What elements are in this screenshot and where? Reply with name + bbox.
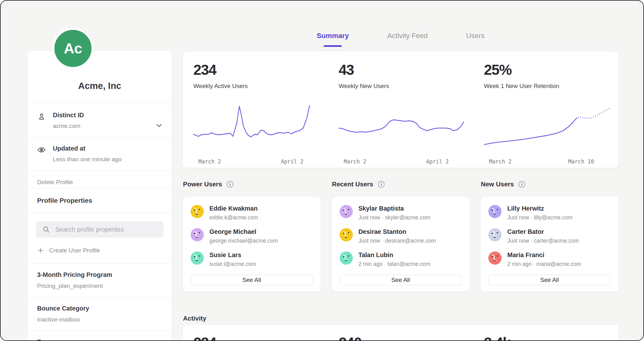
search-icon	[42, 225, 50, 234]
chart-x-axis: March 2 April 2	[339, 158, 466, 165]
x-tick-start: March 2	[489, 158, 512, 165]
avatar-face-icon	[488, 251, 502, 265]
user-sub: eddie.k@acme.com	[209, 214, 258, 221]
stat-value: 234	[193, 61, 321, 78]
recent-users-panel: Recent Users Skylar Baptista	[331, 180, 470, 292]
avatar-face-icon	[340, 228, 353, 241]
tab-users[interactable]: Users	[466, 32, 485, 46]
field-label: Distinct ID	[53, 112, 84, 119]
panel-title: New Users	[481, 180, 514, 188]
search-input[interactable]	[36, 221, 164, 238]
avatar-face-icon	[191, 205, 204, 218]
property-name: Bounce Category	[37, 305, 162, 312]
company-avatar: Ac	[52, 28, 94, 69]
user-sub: Just now · desirare@acme.com	[358, 238, 436, 244]
user-sub: george.michael@acme.com	[209, 238, 278, 244]
info-icon[interactable]	[378, 181, 385, 188]
avatar-face-icon	[340, 251, 353, 265]
user-row[interactable]: Talan Lubin 2 min ago · talan@acme.com	[340, 251, 462, 267]
week1-retention-chart	[484, 102, 612, 154]
property-row: Browser Chrome	[28, 331, 172, 341]
user-row[interactable]: Skylar Baptista Just now · skyler@acme.c…	[340, 205, 462, 221]
user-name: Skylar Baptista	[358, 205, 430, 212]
avatar-face-icon	[191, 251, 204, 265]
weekly-active-users-chart	[193, 102, 321, 154]
user-name: Talan Lubin	[358, 251, 430, 259]
info-icon[interactable]	[518, 181, 525, 188]
panel-title: Power Users	[183, 180, 222, 188]
user-row[interactable]: Desirae Stanton Just now · desirare@acme…	[340, 228, 462, 244]
tab-activity-feed[interactable]: Activity Feed	[387, 32, 428, 46]
user-avatar	[191, 205, 204, 218]
eye-icon	[37, 146, 46, 154]
profile-page: Ac Acme, Inc Distinct ID acme.com	[0, 0, 644, 341]
profile-properties-title: Profile Properties	[28, 188, 172, 213]
create-user-profile-label: Create User Profile	[49, 247, 100, 254]
info-icon[interactable]	[226, 181, 234, 188]
activity-section-title: Activity	[183, 315, 206, 322]
user-name: George Michael	[209, 228, 278, 235]
property-value: inactive-mailbox	[37, 316, 162, 323]
property-name: Browser	[37, 338, 162, 341]
user-avatar	[488, 228, 502, 241]
stat-label: Weekly Active Users	[193, 83, 321, 90]
stat-week1-retention: 25% Week 1 New User Retention March 2 Ma…	[473, 61, 619, 168]
user-row[interactable]: Maria Franci 2 min ago · maria@acme.com	[488, 251, 611, 267]
main-content: Summary Activity Feed Users 234 Weekly A…	[182, 1, 619, 47]
field-label: Updated at	[53, 145, 122, 152]
stat-label: Week 1 New User Retention	[484, 83, 612, 90]
new-users-panel: New Users Lilly Herwitz Just	[480, 180, 619, 292]
avatar-face-icon	[488, 205, 502, 218]
see-all-button[interactable]: See All	[488, 275, 611, 285]
user-row[interactable]: Susie Lars susie.l@acme.com	[191, 251, 313, 267]
stat-weekly-active-users: 234 Weekly Active Users March 2 April 2	[183, 61, 328, 168]
tab-summary[interactable]: Summary	[317, 32, 349, 46]
property-name: 3-Month Pricing Program	[37, 271, 162, 278]
chart-x-axis: March 2 March 10	[484, 158, 612, 165]
x-tick-start: March 2	[344, 158, 366, 165]
field-value: Less than one minute ago	[53, 156, 122, 163]
x-tick-start: March 2	[198, 158, 221, 165]
user-name: Lilly Herwitz	[507, 205, 572, 212]
see-all-button[interactable]: See All	[191, 275, 313, 285]
user-avatar	[340, 228, 353, 241]
user-name: Maria Franci	[507, 251, 581, 259]
user-row[interactable]: George Michael george.michael@acme.com	[191, 228, 313, 244]
chevron-down-icon[interactable]	[155, 122, 163, 129]
company-name: Acme, Inc	[28, 51, 172, 104]
profile-properties-search	[36, 221, 164, 238]
user-sub: 2 min ago · maria@acme.com	[507, 261, 581, 267]
user-avatar	[340, 205, 353, 218]
see-all-button[interactable]: See All	[340, 275, 462, 285]
user-avatar	[191, 228, 204, 241]
stat-label: Weekly New Users	[339, 83, 466, 90]
activity-stat-value: 3.4k	[484, 334, 612, 341]
field-distinct-id[interactable]: Distinct ID acme.com	[28, 104, 172, 137]
panel-title: Recent Users	[332, 180, 373, 188]
stat-value: 43	[339, 61, 466, 78]
field-updated-at: Updated at Less than one minute ago	[28, 137, 172, 170]
user-avatar	[340, 251, 353, 265]
profile-card: Acme, Inc Distinct ID acme.com	[27, 50, 172, 194]
chart-x-axis: March 2 April 2	[193, 158, 321, 165]
user-row[interactable]: Eddie Kwakman eddie.k@acme.com	[191, 205, 313, 221]
property-row: Bounce Category inactive-mailbox	[28, 297, 172, 331]
user-name: Susie Lars	[209, 251, 256, 259]
divider	[28, 213, 172, 213]
property-row: 3-Month Pricing Program Pricing_plan_exp…	[28, 264, 172, 297]
avatar-face-icon	[488, 228, 502, 241]
user-sub: Just now · skyler@acme.com	[358, 214, 430, 221]
tab-bar: Summary Activity Feed Users	[182, 1, 619, 47]
weekly-new-users-chart	[339, 102, 466, 154]
user-row[interactable]: Lilly Herwitz Just now · lilly@acme.com	[488, 205, 611, 221]
power-users-panel: Power Users Eddie Kwakman ed	[182, 180, 321, 292]
user-sub: 2 min ago · talan@acme.com	[358, 261, 430, 267]
user-row[interactable]: Carter Bator Just now · carter@acme.com	[488, 228, 611, 244]
active-tab-underline	[324, 45, 342, 47]
x-tick-end: April 2	[426, 158, 449, 165]
stat-value: 25%	[484, 61, 612, 78]
x-tick-end: April 2	[281, 158, 303, 165]
activity-stat-value: 234	[193, 334, 321, 341]
create-user-profile-button[interactable]: Create User Profile	[28, 239, 172, 263]
field-value: acme.com	[53, 123, 84, 129]
